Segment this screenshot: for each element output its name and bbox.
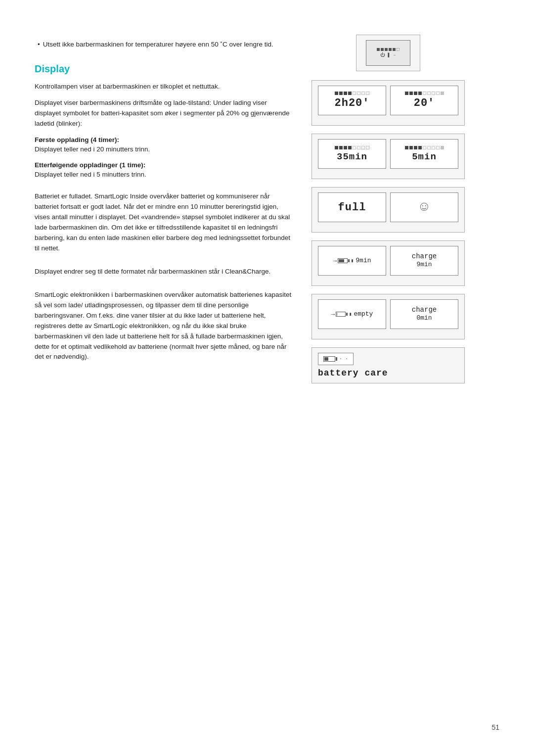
lcd-dot-blink bbox=[441, 146, 444, 149]
battery-fill bbox=[339, 259, 344, 262]
battery-plug-icon: → ▮ bbox=[333, 257, 354, 265]
time-9min-left: 9min bbox=[356, 256, 371, 265]
lcd-dot bbox=[335, 146, 338, 149]
dot bbox=[385, 48, 388, 51]
panel-box-empty-left: → ▮ empty bbox=[318, 299, 386, 329]
lcd-dots-row bbox=[323, 146, 381, 149]
time-display-20: 20' bbox=[414, 97, 435, 109]
lcd-dot-empty bbox=[432, 146, 435, 149]
lcd-dot-empty bbox=[436, 92, 440, 95]
sub-text-1: Displayet teller ned i 20 minutters trin… bbox=[35, 144, 292, 154]
paragraph-3: Batteriet er fulladet. SmartLogic Inside… bbox=[35, 191, 292, 254]
section-title: Display bbox=[35, 63, 292, 75]
lcd-dot-empty bbox=[361, 146, 365, 149]
time-9min-right: 9min bbox=[416, 260, 432, 269]
lcd-dot-empty bbox=[427, 92, 431, 95]
lcd-dot bbox=[409, 146, 413, 149]
panel-row: 2h20' 20' bbox=[318, 86, 458, 115]
device-image: ⏻ ▌ ~ bbox=[356, 35, 420, 71]
paragraph-1: Kontrollampen viser at barbermaskinen er… bbox=[35, 82, 292, 92]
battery-body-2 bbox=[336, 312, 346, 317]
panel-box-smiley: ☺ bbox=[390, 192, 458, 222]
lcd-dot bbox=[414, 92, 417, 95]
paragraph-2: Displayet viser barbermaskinens driftsmå… bbox=[35, 98, 292, 129]
dot bbox=[393, 48, 396, 51]
lcd-dot-blink bbox=[441, 92, 444, 95]
page: Utsett ikke barbermaskinen for temperatu… bbox=[0, 0, 534, 756]
lcd-dot bbox=[405, 92, 408, 95]
right-column: ⏻ ▌ ~ bbox=[312, 30, 465, 726]
paragraph-5: SmartLogic elektronikken i barbermaskine… bbox=[35, 290, 292, 362]
lcd-dots-row bbox=[323, 92, 381, 95]
lcd-dot bbox=[348, 92, 352, 95]
device-screen: ⏻ ▌ ~ bbox=[366, 40, 410, 66]
lcd-dots-row bbox=[396, 92, 453, 95]
bullet-text: Utsett ikke barbermaskinen for temperatu… bbox=[35, 40, 292, 49]
sub-text-2: Displayet teller ned i 5 minutters trinn… bbox=[35, 170, 292, 180]
lcd-dot-empty bbox=[366, 146, 369, 149]
device-thumbnail-panel: ⏻ ▌ ~ bbox=[312, 35, 465, 71]
lcd-dots-row bbox=[396, 146, 453, 149]
lcd-dot bbox=[348, 146, 352, 149]
smiley-icon: ☺ bbox=[420, 200, 429, 214]
bullet-section: Utsett ikke barbermaskinen for temperatu… bbox=[35, 40, 292, 49]
charge-9min-panel: → ▮ 9min charge 9min bbox=[312, 240, 465, 286]
plug-sym: ⏻ bbox=[380, 52, 385, 58]
dot-empty bbox=[397, 48, 400, 51]
panel-box-9min-left: → ▮ 9min bbox=[318, 246, 386, 276]
bold-label-1: Første opplading (4 timer): bbox=[35, 136, 292, 143]
time-0min: 0min bbox=[416, 314, 432, 323]
panel-box-right-1: 20' bbox=[390, 86, 458, 115]
connector-icon-2: ▮ bbox=[349, 311, 352, 317]
lcd-dot bbox=[339, 92, 343, 95]
battery-care-icon bbox=[323, 356, 337, 362]
battery-care-label: battery care bbox=[318, 368, 388, 378]
lcd-dot-empty bbox=[423, 92, 426, 95]
time-display-5min: 5min bbox=[412, 151, 437, 162]
device-indicator-row: ⏻ ▌ ~ bbox=[380, 52, 396, 58]
lcd-dot-empty bbox=[353, 146, 356, 149]
panel-box-charge-9min: charge 9min bbox=[390, 246, 458, 276]
lcd-dot-empty bbox=[427, 146, 431, 149]
battery-tip-2 bbox=[346, 313, 348, 316]
lcd-dot-empty bbox=[353, 92, 356, 95]
device-dot-row-top bbox=[377, 48, 400, 51]
battery-body bbox=[338, 258, 348, 263]
panel-box-charge-0min: charge 0min bbox=[390, 299, 458, 329]
battery-care-fill bbox=[324, 357, 328, 361]
time-sym: ~ bbox=[394, 53, 396, 57]
battery-care-content: · · battery care bbox=[318, 353, 458, 378]
paragraph-4: Displayet endrer seg til dette formatet … bbox=[35, 267, 292, 277]
charge-panel-1: 2h20' 20' bbox=[312, 80, 465, 126]
plug-arrow-icon: → bbox=[333, 257, 337, 265]
connector-icon: ▮ bbox=[351, 258, 354, 264]
panel-row: full ☺ bbox=[318, 192, 458, 222]
panel-row: → ▮ 9min charge 9min bbox=[318, 246, 458, 276]
bold-label-2: Etterføigende oppladinger (1 time): bbox=[35, 161, 292, 169]
lcd-dot bbox=[414, 146, 417, 149]
battery-plug-icon-2: → ▮ bbox=[331, 311, 352, 318]
lcd-dot bbox=[405, 146, 408, 149]
lcd-dot-empty bbox=[357, 146, 360, 149]
dot bbox=[381, 48, 384, 51]
lcd-dot bbox=[335, 92, 338, 95]
panel-row: → ▮ empty charge 0min bbox=[318, 299, 458, 329]
lcd-dot bbox=[409, 92, 413, 95]
full-label: full bbox=[338, 201, 366, 214]
battery-fill-2 bbox=[337, 313, 337, 316]
charge-0min-panel: → ▮ empty charge 0min bbox=[312, 294, 465, 339]
charge-label-4: charge bbox=[412, 252, 437, 260]
time-display-35min: 35min bbox=[337, 151, 367, 162]
charge-panel-2: 35min 5min bbox=[312, 134, 465, 179]
lcd-dot bbox=[418, 146, 422, 149]
dot bbox=[377, 48, 380, 51]
battery-icon bbox=[338, 258, 350, 263]
lcd-dot-empty bbox=[432, 92, 435, 95]
panel-row: 35min 5min bbox=[318, 139, 458, 169]
lcd-dot bbox=[344, 92, 347, 95]
battery-care-panel: · · battery care bbox=[312, 347, 465, 383]
left-column: Utsett ikke barbermaskinen for temperatu… bbox=[35, 30, 312, 726]
panel-box-right-2: 5min bbox=[390, 139, 458, 169]
page-number: 51 bbox=[491, 723, 499, 731]
empty-label: empty bbox=[354, 310, 373, 319]
